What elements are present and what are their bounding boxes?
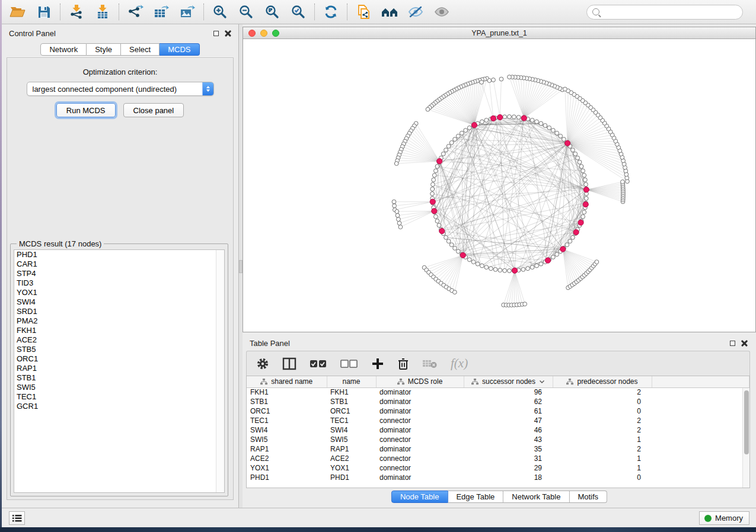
- graph-node[interactable]: [571, 235, 575, 239]
- graph-node[interactable]: [449, 243, 454, 247]
- table-cell[interactable]: 0: [553, 406, 652, 416]
- graph-hub-node[interactable]: [545, 258, 550, 263]
- table-cell[interactable]: 0: [553, 397, 652, 406]
- tab-motifs[interactable]: Motifs: [569, 491, 607, 503]
- table-cell[interactable]: 1: [553, 463, 652, 473]
- table-cell[interactable]: 1: [553, 435, 652, 444]
- table-cell[interactable]: 96: [464, 387, 553, 397]
- graph-node[interactable]: [535, 264, 539, 268]
- table-settings-gear-icon[interactable]: [256, 357, 269, 370]
- mcds-result-item[interactable]: CAR1: [14, 259, 224, 269]
- table-cell[interactable]: RAP1: [327, 444, 376, 454]
- column-header-predecessor-nodes[interactable]: predecessor nodes: [553, 376, 652, 387]
- graph-hub-node[interactable]: [430, 199, 435, 204]
- mcds-result-item[interactable]: PMA2: [14, 316, 224, 326]
- graph-node[interactable]: [435, 219, 439, 223]
- mcds-result-item[interactable]: SWI4: [14, 297, 224, 307]
- graph-node[interactable]: [430, 187, 435, 191]
- network-graph[interactable]: [243, 39, 755, 332]
- graph-node[interactable]: [464, 129, 468, 133]
- tab-mcds[interactable]: MCDS: [160, 43, 199, 56]
- open-folder-icon[interactable]: [9, 3, 27, 21]
- graph-hub-node[interactable]: [471, 123, 477, 128]
- graph-node[interactable]: [480, 80, 484, 84]
- column-header-spacer[interactable]: [652, 376, 749, 387]
- delete-column-icon[interactable]: [397, 357, 409, 370]
- mcds-result-item[interactable]: TEC1: [14, 392, 224, 402]
- graph-node[interactable]: [571, 148, 575, 152]
- table-row[interactable]: SWI5SWI5connector431: [247, 435, 749, 444]
- graph-node[interactable]: [521, 267, 525, 271]
- table-row[interactable]: RAP1RAP1dominator352: [247, 444, 749, 454]
- graph-node[interactable]: [535, 120, 539, 124]
- table-cell[interactable]: PHD1: [327, 473, 376, 482]
- graph-node[interactable]: [583, 178, 587, 182]
- table-cell[interactable]: SWI5: [247, 435, 327, 444]
- mcds-result-item[interactable]: YOX1: [14, 288, 224, 297]
- graph-node[interactable]: [576, 156, 580, 160]
- mcds-result-item[interactable]: ACE2: [14, 335, 224, 345]
- graph-node[interactable]: [581, 214, 585, 219]
- table-cell[interactable]: dominator: [376, 444, 464, 454]
- graph-node[interactable]: [551, 255, 555, 259]
- column-header-name[interactable]: name: [327, 376, 376, 387]
- network-canvas[interactable]: [243, 39, 755, 332]
- graph-node[interactable]: [432, 173, 436, 177]
- table-row[interactable]: TEC1TEC1connector472: [247, 416, 749, 425]
- graph-node[interactable]: [492, 78, 496, 82]
- export-image-icon[interactable]: [178, 3, 196, 21]
- table-cell[interactable]: TEC1: [327, 416, 376, 425]
- table-row[interactable]: ORC1ORC1dominator610: [247, 406, 749, 416]
- graph-node[interactable]: [444, 148, 448, 152]
- graph-node[interactable]: [397, 221, 401, 225]
- graph-node[interactable]: [512, 115, 516, 119]
- zoom-fit-icon[interactable]: [263, 3, 281, 21]
- graph-node[interactable]: [449, 140, 454, 145]
- mcds-result-list[interactable]: PHD1CAR1STP4TID3YOX1SWI4SRD1PMA2FKH1ACE2…: [14, 249, 225, 493]
- graph-node[interactable]: [516, 116, 521, 120]
- graph-node[interactable]: [446, 239, 451, 243]
- graph-node[interactable]: [476, 262, 480, 266]
- graph-node[interactable]: [508, 115, 512, 119]
- graph-node[interactable]: [437, 223, 441, 227]
- graph-node[interactable]: [467, 126, 471, 130]
- table-cell[interactable]: connector: [376, 463, 464, 473]
- table-row[interactable]: PHD1PHD1dominator180: [247, 473, 749, 482]
- graph-node[interactable]: [433, 169, 438, 173]
- import-table-icon[interactable]: [94, 3, 111, 21]
- graph-node[interactable]: [393, 204, 397, 208]
- graph-node[interactable]: [456, 134, 460, 138]
- save-icon[interactable]: [35, 3, 53, 21]
- graph-node[interactable]: [435, 165, 439, 169]
- mcds-result-item[interactable]: SWI5: [14, 383, 224, 392]
- float-table-panel-icon[interactable]: [730, 341, 735, 346]
- graph-hub-node[interactable]: [512, 268, 517, 273]
- graph-node[interactable]: [526, 267, 530, 271]
- tab-network[interactable]: Network: [40, 43, 87, 56]
- table-cell[interactable]: PHD1: [247, 473, 327, 482]
- graph-node[interactable]: [397, 217, 401, 222]
- graph-node[interactable]: [582, 173, 586, 177]
- graph-node[interactable]: [530, 118, 534, 122]
- graph-node[interactable]: [547, 126, 551, 130]
- table-cell[interactable]: TEC1: [247, 416, 327, 425]
- mcds-list-scrollbar[interactable]: [216, 250, 224, 492]
- graph-node[interactable]: [555, 131, 559, 135]
- table-cell[interactable]: ACE2: [247, 454, 327, 463]
- table-cell[interactable]: 2: [553, 416, 652, 425]
- table-cell[interactable]: 1: [553, 454, 652, 463]
- table-row[interactable]: FKH1FKH1dominator962: [247, 387, 749, 397]
- table-scrollbar-thumb[interactable]: [744, 390, 749, 454]
- graph-hub-node[interactable]: [521, 116, 527, 121]
- table-cell[interactable]: SWI4: [327, 425, 376, 435]
- graph-node[interactable]: [398, 225, 403, 229]
- table-cell[interactable]: dominator: [376, 425, 464, 435]
- graph-node[interactable]: [471, 260, 476, 264]
- mcds-result-item[interactable]: FKH1: [14, 326, 224, 335]
- show-columns-icon[interactable]: [282, 357, 296, 370]
- close-panel-icon[interactable]: [225, 30, 231, 37]
- graph-node[interactable]: [584, 182, 588, 187]
- table-cell[interactable]: ACE2: [327, 454, 376, 463]
- mcds-result-item[interactable]: STB1: [14, 373, 224, 383]
- mcds-result-item[interactable]: STP4: [14, 269, 224, 278]
